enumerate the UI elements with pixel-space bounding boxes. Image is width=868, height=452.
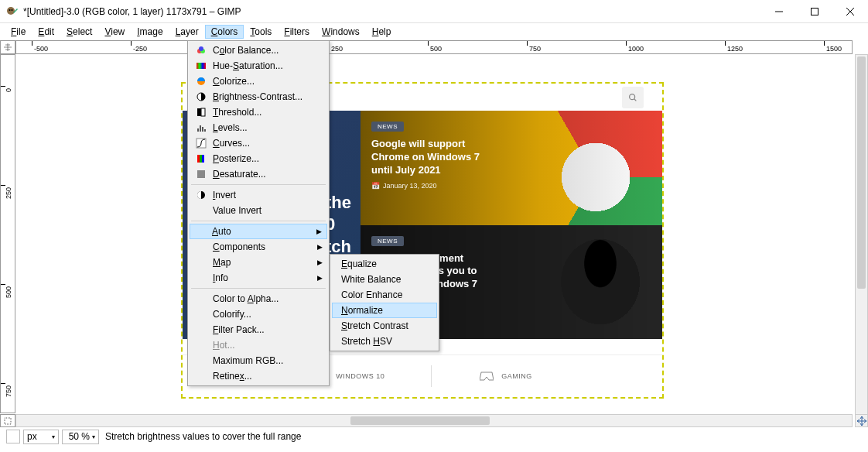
- menu-item-label: Desaturate...: [213, 169, 266, 180]
- menu-bar: FileEditSelectViewImageLayerColorsToolsF…: [0, 23, 868, 40]
- scrollbar-thumb[interactable]: [857, 56, 866, 289]
- menu-item-filter-pack[interactable]: Filter Pack...: [190, 322, 327, 337]
- submenu-item-color-enhance[interactable]: Color Enhance: [332, 287, 437, 303]
- blank-icon: [193, 354, 210, 367]
- menu-item-colorify[interactable]: Colorify...: [190, 306, 327, 322]
- submenu-item-normalize[interactable]: Normalize: [332, 303, 437, 318]
- vertical-scrollbar[interactable]: [855, 54, 868, 427]
- svg-rect-21: [197, 108, 201, 116]
- title-bar: *[Untitled]-3.0 (RGB color, 1 layer) 117…: [0, 0, 868, 23]
- ruler-origin-corner[interactable]: [0, 40, 15, 54]
- cancel-box[interactable]: [6, 430, 20, 443]
- svg-rect-14: [5, 418, 11, 424]
- zoom-selector[interactable]: 50 % ▾: [62, 430, 99, 444]
- quick-mask-toggle[interactable]: [0, 414, 15, 427]
- submenu-item-stretch-hsv[interactable]: Stretch HSV: [332, 334, 437, 349]
- blank-icon: [193, 308, 210, 320]
- svg-rect-18: [196, 63, 206, 69]
- canvas-viewport[interactable]: the 0 tch ws 10 NEWS Google will support…: [15, 54, 853, 413]
- menu-item-label: Stretch Contrast: [341, 320, 408, 331]
- menu-item-color-balance[interactable]: Color Balance...: [190, 43, 327, 58]
- menu-item-label: Auto: [212, 226, 231, 237]
- menu-item-label: Color to Alpha...: [213, 293, 279, 304]
- menu-item-retinex[interactable]: Retinex...: [190, 368, 327, 384]
- blank-icon: [192, 225, 209, 238]
- menu-item-label: Equalize: [341, 259, 377, 269]
- submenu-item-white-balance[interactable]: White Balance: [332, 272, 437, 287]
- menu-colors[interactable]: Colors: [205, 25, 244, 39]
- maximize-button[interactable]: [797, 0, 832, 23]
- svg-rect-29: [200, 155, 202, 163]
- blank-icon: [193, 293, 210, 305]
- menu-item-color-to-alpha[interactable]: Color to Alpha...: [190, 291, 327, 306]
- menu-item-hue-saturation[interactable]: Hue-Saturation...: [190, 58, 327, 74]
- dropdown-arrow-icon: ▾: [52, 433, 55, 440]
- scrollbar-thumb[interactable]: [350, 416, 490, 425]
- menu-tools[interactable]: Tools: [244, 25, 278, 39]
- horizontal-ruler[interactable]: -500-2500250500750100012501500: [15, 40, 853, 54]
- menu-item-posterize[interactable]: Posterize...: [190, 151, 327, 166]
- menu-item-label: Info: [213, 272, 228, 283]
- menu-item-label: Retinex...: [213, 371, 252, 382]
- menu-item-label: Stretch HSV: [341, 336, 392, 347]
- blank-icon: [193, 370, 210, 382]
- menu-item-levels[interactable]: Levels...: [190, 120, 327, 135]
- ruler-tick: 750: [1, 383, 5, 397]
- menu-item-label: Color Enhance: [341, 289, 402, 300]
- submenu-item-stretch-contrast[interactable]: Stretch Contrast: [332, 318, 437, 334]
- menu-item-value-invert[interactable]: Value Invert: [190, 203, 327, 218]
- gaming-icon: [478, 369, 495, 383]
- menu-file[interactable]: File: [5, 25, 32, 39]
- menu-item-desaturate[interactable]: Desaturate...: [190, 166, 327, 182]
- menu-windows[interactable]: Windows: [316, 25, 366, 39]
- svg-point-7: [630, 94, 635, 99]
- close-button[interactable]: [832, 0, 868, 23]
- menu-select[interactable]: Select: [60, 25, 98, 39]
- menu-layer[interactable]: Layer: [169, 25, 205, 39]
- levels-icon: [193, 122, 210, 134]
- colors-menu-dropdown: Color Balance...Hue-Saturation...Coloriz…: [187, 40, 330, 386]
- menu-view[interactable]: View: [98, 25, 131, 39]
- menu-image[interactable]: Image: [131, 25, 169, 39]
- menu-item-threshold[interactable]: Threshold...: [190, 104, 327, 120]
- blank-icon: [193, 256, 210, 269]
- navigation-corner[interactable]: [855, 414, 868, 427]
- menu-separator: [191, 221, 326, 221]
- unit-selector[interactable]: px ▾: [23, 430, 59, 444]
- svg-point-17: [199, 46, 203, 51]
- menu-item-label: Value Invert: [213, 205, 261, 216]
- menu-edit[interactable]: Edit: [32, 25, 60, 39]
- ruler-tick: 500: [428, 41, 442, 46]
- submenu-arrow-icon: ▶: [317, 274, 323, 282]
- menu-item-maximum-rgb[interactable]: Maximum RGB...: [190, 353, 327, 368]
- menu-item-map[interactable]: Map▶: [190, 255, 327, 270]
- threshold-icon: [193, 106, 210, 118]
- menu-item-brightness-contrast[interactable]: Brightness-Contrast...: [190, 89, 327, 104]
- svg-point-2: [12, 9, 13, 11]
- svg-rect-25: [202, 127, 203, 132]
- menu-item-info[interactable]: Info▶: [190, 270, 327, 286]
- hooded-figure: [554, 231, 647, 332]
- menu-item-auto[interactable]: Auto▶: [190, 224, 327, 239]
- minimize-button[interactable]: [761, 0, 797, 23]
- news-badge: NEWS: [371, 122, 404, 132]
- submenu-item-equalize[interactable]: Equalize: [332, 256, 437, 272]
- menu-item-curves[interactable]: Curves...: [190, 135, 327, 151]
- menu-item-hot: Hot...: [190, 337, 327, 353]
- menu-item-label: Invert: [213, 190, 236, 200]
- curves-icon: [193, 137, 210, 149]
- desaturate-icon: [193, 168, 210, 180]
- horizontal-scrollbar[interactable]: [15, 414, 853, 427]
- menu-item-components[interactable]: Components▶: [190, 239, 327, 255]
- menu-item-colorize[interactable]: Colorize...: [190, 74, 327, 89]
- menu-help[interactable]: Help: [366, 25, 398, 39]
- ruler-tick: 1500: [824, 41, 842, 46]
- svg-line-8: [634, 98, 637, 101]
- menu-item-label: Maximum RGB...: [213, 355, 283, 366]
- menu-item-label: Components: [213, 241, 265, 252]
- vertical-ruler[interactable]: 0250500750: [0, 54, 15, 413]
- menu-item-invert[interactable]: Invert: [190, 187, 327, 203]
- menu-item-label: Filter Pack...: [213, 324, 265, 335]
- menu-filters[interactable]: Filters: [278, 25, 316, 39]
- bright-contrast-icon: [193, 91, 210, 103]
